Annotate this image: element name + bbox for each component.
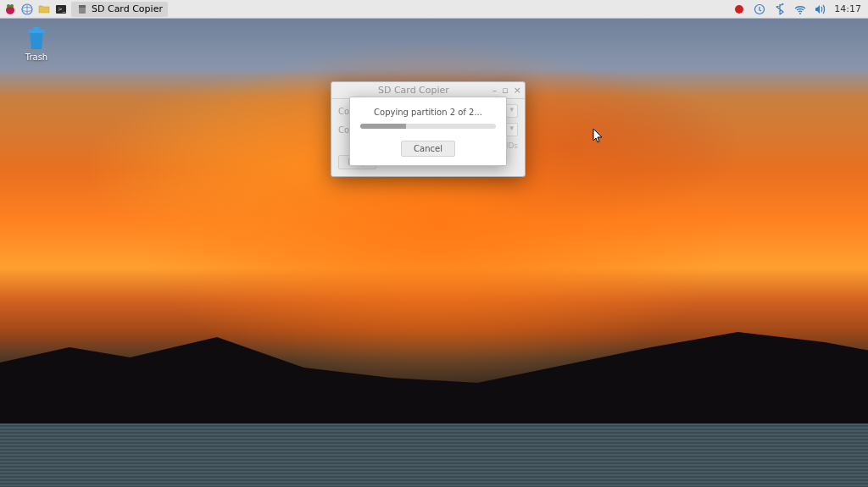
svg-text:>_: >_ [58,6,66,13]
taskbar-app-button[interactable]: SD Card Copier [71,2,168,17]
window-maximize-button[interactable]: ▫ [502,86,508,95]
svg-point-0 [6,6,14,14]
window-minimize-button[interactable]: – [492,86,498,95]
progress-fill [360,124,406,129]
taskbar-app-label: SD Card Copier [92,3,163,14]
svg-point-1 [7,4,10,8]
progress-status-text: Copying partition 2 of 2... [360,108,496,117]
svg-rect-9 [79,5,86,8]
progress-dialog: Copying partition 2 of 2... Cancel [349,97,507,166]
svg-rect-14 [33,27,40,30]
file-manager-icon[interactable] [37,3,51,16]
taskbar-right: 14:17 [732,3,868,16]
raspberry-menu-icon[interactable] [3,3,17,16]
record-icon[interactable] [732,3,746,16]
window-close-button[interactable]: × [514,86,521,95]
trash-icon [25,25,48,51]
web-browser-icon[interactable] [20,3,34,16]
taskbar-clock[interactable]: 14:17 [834,3,861,14]
volume-icon[interactable] [814,3,827,16]
bluetooth-icon[interactable] [773,3,787,16]
sd-card-icon [76,3,88,15]
progress-bar [360,124,496,129]
terminal-icon[interactable]: >_ [54,3,68,16]
cancel-button[interactable]: Cancel [401,141,455,157]
desktop-trash[interactable]: Trash [15,25,58,62]
svg-point-12 [799,13,801,14]
svg-point-2 [10,4,14,8]
wallpaper-water [0,423,868,487]
updates-icon[interactable] [753,3,766,16]
taskbar: >_ SD Card Copier 14:17 [0,0,868,19]
window-title: SD Card Copier [335,85,492,96]
taskbar-left: >_ SD Card Copier [0,2,168,17]
svg-point-10 [735,5,743,14]
desktop-trash-label: Trash [25,53,47,62]
wifi-icon[interactable] [793,3,807,16]
